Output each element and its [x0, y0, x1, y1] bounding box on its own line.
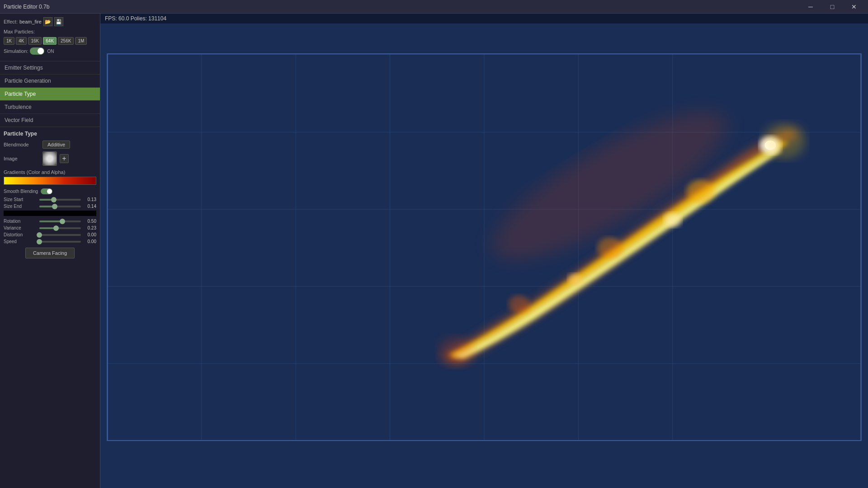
smooth-blending-toggle[interactable] — [41, 188, 52, 194]
save-file-button[interactable]: 💾 — [54, 17, 63, 26]
maximize-button[interactable]: □ — [822, 0, 843, 14]
close-button[interactable]: ✕ — [844, 0, 864, 14]
camera-facing-button[interactable]: Camera Facing — [25, 248, 75, 258]
speed-value: 0.00 — [83, 239, 96, 244]
particles-1m[interactable]: 1M — [75, 37, 87, 45]
svg-point-25 — [763, 123, 805, 159]
image-row: Image + — [4, 151, 96, 166]
fps-bar: FPS: 60.0 Polies: 131104 — [100, 14, 868, 23]
max-particles-row: Max Particles: — [4, 29, 96, 34]
svg-point-23 — [687, 180, 715, 204]
variance-row: Variance 0.23 — [4, 225, 96, 230]
nav-item-emitter-settings[interactable]: Emitter Settings — [0, 61, 100, 75]
nav-item-particle-type[interactable]: Particle Type — [0, 88, 100, 101]
simulation-on-label: ON — [47, 49, 54, 54]
distortion-slider[interactable] — [39, 234, 81, 236]
image-label: Image — [4, 156, 40, 161]
app-title: Particle Editor 0.7b — [4, 4, 49, 10]
simulation-label: Simulation: — [4, 48, 28, 54]
svg-point-21 — [597, 237, 623, 258]
add-image-button[interactable]: + — [60, 154, 69, 163]
simulation-toggle-wrapper: ON — [30, 47, 54, 55]
max-particles-label: Max Particles: — [4, 29, 35, 34]
fps-text: FPS: 60.0 Polies: 131104 — [105, 15, 166, 22]
black-bar — [4, 211, 96, 216]
particles-4k[interactable]: 4K — [16, 37, 27, 45]
gradients-section: Gradients (Color and Alpha) — [4, 169, 96, 185]
smooth-blending-label: Smooth Blending — [4, 189, 38, 194]
svg-point-24 — [439, 337, 474, 366]
effect-row: Effect: beam_fire 📂 💾 — [4, 17, 96, 26]
viewport[interactable]: FPS: 60.0 Polies: 131104 — [100, 14, 868, 488]
particle-type-panel: Particle Type Blendmode Additive Image +… — [0, 127, 100, 266]
gradient-bar[interactable] — [4, 177, 96, 185]
size-end-row: Size End 0.14 — [4, 204, 96, 209]
sidebar: Effect: beam_fire 📂 💾 Max Particles: 1K … — [0, 14, 100, 488]
rotation-row: Rotation 0.50 — [4, 219, 96, 224]
rotation-slider[interactable] — [39, 221, 81, 222]
speed-slider[interactable] — [39, 241, 81, 243]
speed-row: Speed 0.00 — [4, 239, 96, 244]
nav-item-vector-field[interactable]: Vector Field — [0, 114, 100, 127]
smooth-blending-row: Smooth Blending — [4, 188, 96, 194]
particles-16k[interactable]: 16K — [28, 37, 42, 45]
distortion-value: 0.00 — [83, 232, 96, 237]
blendmode-label: Blendmode — [4, 142, 40, 147]
effect-name: beam_fire — [19, 19, 42, 24]
effect-section: Effect: beam_fire 📂 💾 Max Particles: 1K … — [0, 14, 100, 61]
size-end-label: Size End — [4, 204, 38, 209]
title-bar: Particle Editor 0.7b ─ □ ✕ — [0, 0, 868, 14]
open-file-button[interactable]: 📂 — [43, 17, 52, 26]
minimize-button[interactable]: ─ — [800, 0, 821, 14]
size-start-value: 0.13 — [83, 197, 96, 202]
speed-label: Speed — [4, 239, 38, 244]
particle-count-buttons: 1K 4K 16K 64K 256K 1M — [4, 37, 96, 45]
simulation-row: Simulation: ON — [4, 47, 96, 55]
particle-type-title: Particle Type — [4, 131, 96, 137]
particles-256k[interactable]: 256K — [58, 37, 74, 45]
size-start-row: Size Start 0.13 — [4, 197, 96, 202]
size-start-slider[interactable] — [39, 199, 81, 201]
svg-point-20 — [568, 273, 582, 285]
svg-point-22 — [509, 295, 529, 313]
particles-1k[interactable]: 1K — [4, 37, 14, 45]
image-thumbnail[interactable] — [42, 151, 57, 166]
rotation-label: Rotation — [4, 219, 38, 224]
rotation-value: 0.50 — [83, 219, 96, 224]
variance-label: Variance — [4, 225, 38, 230]
3d-viewport-canvas — [100, 14, 868, 488]
title-bar-left: Particle Editor 0.7b — [4, 4, 49, 10]
size-start-label: Size Start — [4, 197, 38, 202]
simulation-toggle[interactable] — [30, 47, 44, 55]
window-controls: ─ □ ✕ — [800, 0, 864, 14]
gradients-label: Gradients (Color and Alpha) — [4, 169, 96, 175]
nav-item-turbulence[interactable]: Turbulence — [0, 101, 100, 114]
blendmode-button[interactable]: Additive — [42, 141, 70, 149]
variance-value: 0.23 — [83, 225, 96, 230]
nav-section: Emitter Settings Particle Generation Par… — [0, 61, 100, 127]
distortion-row: Distortion 0.00 — [4, 232, 96, 237]
distortion-label: Distortion — [4, 232, 38, 237]
nav-item-particle-generation[interactable]: Particle Generation — [0, 75, 100, 88]
blendmode-row: Blendmode Additive — [4, 141, 96, 149]
main-layout: Effect: beam_fire 📂 💾 Max Particles: 1K … — [0, 14, 868, 488]
effect-label: Effect: — [4, 19, 18, 24]
size-end-value: 0.14 — [83, 204, 96, 209]
particles-64k[interactable]: 64K — [43, 37, 57, 45]
variance-slider[interactable] — [39, 227, 81, 229]
svg-point-19 — [664, 213, 681, 227]
size-end-slider[interactable] — [39, 206, 81, 207]
